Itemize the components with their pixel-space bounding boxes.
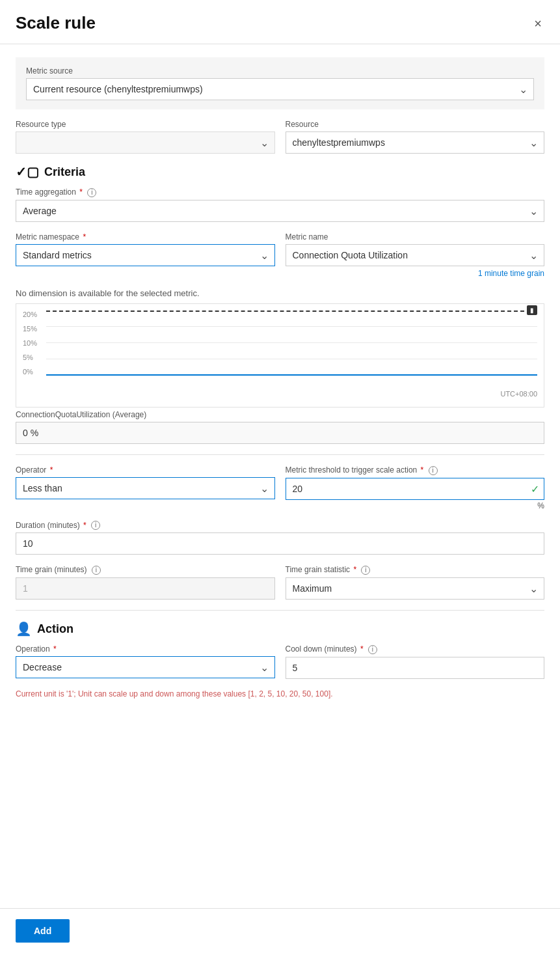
time-grain-note: 1 minute time grain (286, 269, 545, 278)
metric-name-select[interactable]: Connection Quota Utilization (286, 244, 545, 266)
criteria-heading: ✓▢ Criteria (16, 164, 544, 180)
operation-label: Operation * (16, 644, 275, 654)
chart-y-10: 10% (23, 339, 46, 347)
cooldown-required: * (360, 644, 364, 654)
cooldown-info-icon[interactable]: i (368, 645, 377, 654)
metric-namespace-wrapper: Standard metrics ⌄ (16, 244, 275, 266)
footer-bar: Add (0, 908, 560, 953)
chart-plot: ▮ (46, 311, 537, 376)
criteria-icon: ✓▢ (16, 164, 39, 180)
cooldown-input[interactable] (286, 657, 545, 679)
duration-section: Duration (minutes) * i (16, 521, 544, 555)
time-grain-statistic-col: Time grain statistic * i Maximum ⌄ (286, 565, 545, 600)
time-grain-info-icon[interactable]: i (92, 566, 101, 575)
resource-type-label: Resource type (16, 120, 275, 129)
cooldown-col: Cool down (minutes) * i (286, 644, 545, 679)
chart-y-5: 5% (23, 353, 46, 361)
time-aggregation-select[interactable]: Average (16, 200, 544, 222)
metric-name-label: Metric name (286, 232, 545, 242)
resource-type-select[interactable] (16, 131, 275, 154)
close-button[interactable]: × (531, 14, 544, 33)
criteria-heading-text: Criteria (44, 165, 85, 179)
divider-2 (16, 610, 544, 611)
time-grain-statistic-label: Time grain statistic * i (286, 565, 545, 575)
metric-name-wrapper: Connection Quota Utilization ⌄ (286, 244, 545, 266)
time-grain-statistic-select[interactable]: Maximum (286, 577, 545, 600)
scale-rule-panel: Scale rule × Metric source Current resou… (0, 0, 560, 953)
chart-y-20: 20% (23, 311, 46, 318)
action-info-text: Current unit is '1'; Unit can scale up a… (16, 689, 544, 698)
chart-threshold-line: ▮ (46, 311, 537, 312)
time-grain-statistic-info-icon[interactable]: i (361, 566, 370, 575)
panel-header: Scale rule × (0, 0, 560, 44)
chart-utc-label: UTC+08:00 (23, 390, 537, 398)
operator-required: * (50, 465, 53, 475)
add-button[interactable]: Add (16, 919, 70, 943)
chart-grid-5 (46, 359, 537, 359)
operation-required: * (53, 644, 57, 654)
resource-select[interactable]: chenyltestpremiumwps (286, 131, 545, 154)
metric-source-select[interactable]: Current resource (chenyltestpremiumwps) (26, 78, 534, 100)
operator-wrapper: Less than ⌄ (16, 477, 275, 499)
operation-cooldown-row: Operation * Decrease ⌄ Cool down (minute… (16, 644, 544, 679)
metric-source-label: Metric source (26, 66, 534, 76)
metric-value-section: ConnectionQuotaUtilization (Average) (16, 410, 544, 444)
action-heading-text: Action (37, 622, 73, 636)
duration-input[interactable] (16, 532, 544, 555)
metric-namespace-required: * (83, 232, 86, 242)
resource-label: Resource (286, 120, 545, 129)
no-dimension-text: No dimension is available for the select… (16, 288, 544, 298)
threshold-label: Metric threshold to trigger scale action… (286, 465, 545, 475)
metric-value-label: ConnectionQuotaUtilization (Average) (16, 410, 544, 419)
panel-body: Metric source Current resource (chenylte… (0, 44, 560, 711)
time-aggregation-info-icon[interactable]: i (87, 188, 96, 197)
action-heading: 👤 Action (16, 621, 544, 637)
time-aggregation-label: Time aggregation * i (16, 187, 544, 197)
operator-select[interactable]: Less than (16, 477, 275, 499)
resource-row: Resource type ⌄ Resource chenyltestpremi… (16, 120, 544, 154)
chart-inner: 0% 5% 10% 15% 20% ▮ (23, 311, 537, 389)
operator-threshold-row: Operator * Less than ⌄ Metric threshold … (16, 465, 544, 510)
operator-label: Operator * (16, 465, 275, 475)
time-grain-col: Time grain (minutes) i (16, 565, 275, 600)
chart-grid-15 (46, 326, 537, 327)
resource-col: Resource chenyltestpremiumwps ⌄ (286, 120, 545, 154)
metric-namespace-label: Metric namespace * (16, 232, 275, 242)
metric-name-col: Metric name Connection Quota Utilization… (286, 232, 545, 278)
operator-col: Operator * Less than ⌄ (16, 465, 275, 510)
metric-namespace-select[interactable]: Standard metrics (16, 244, 275, 266)
threshold-required: * (421, 465, 424, 475)
metric-namespace-col: Metric namespace * Standard metrics ⌄ (16, 232, 275, 278)
threshold-info-icon[interactable]: i (429, 466, 438, 475)
time-grain-input[interactable] (16, 577, 275, 600)
duration-label: Duration (minutes) * i (16, 521, 544, 531)
resource-type-col: Resource type ⌄ (16, 120, 275, 154)
time-aggregation-required: * (79, 187, 83, 197)
metric-value-input[interactable] (16, 422, 544, 444)
cooldown-label: Cool down (minutes) * i (286, 644, 545, 654)
metric-source-wrapper: Current resource (chenyltestpremiumwps) … (26, 78, 534, 100)
operation-select[interactable]: Decrease (16, 656, 275, 678)
chart-y-labels: 0% 5% 10% 15% 20% (23, 311, 46, 376)
chart-area: 0% 5% 10% 15% 20% ▮ (16, 303, 544, 407)
time-grain-label: Time grain (minutes) i (16, 565, 275, 575)
action-icon: 👤 (16, 621, 32, 637)
chart-grid-10 (46, 342, 537, 343)
chart-data-line (46, 374, 537, 376)
metric-namespace-row: Metric namespace * Standard metrics ⌄ Me… (16, 232, 544, 278)
operation-col: Operation * Decrease ⌄ (16, 644, 275, 679)
time-aggregation-section: Time aggregation * i Average ⌄ (16, 187, 544, 222)
metric-source-section: Metric source Current resource (chenylte… (16, 57, 544, 109)
duration-required: * (83, 521, 87, 530)
threshold-checkmark-icon: ✓ (531, 482, 539, 495)
chart-y-0: 0% (23, 368, 46, 376)
divider-1 (16, 454, 544, 455)
time-aggregation-wrapper: Average ⌄ (16, 200, 544, 222)
threshold-input[interactable] (286, 478, 545, 500)
operation-wrapper: Decrease ⌄ (16, 656, 275, 678)
duration-info-icon[interactable]: i (91, 521, 100, 530)
time-grain-statistic-required: * (353, 565, 356, 574)
resource-type-wrapper: ⌄ (16, 131, 275, 154)
time-grain-row: Time grain (minutes) i Time grain statis… (16, 565, 544, 600)
chart-annotation: ▮ (527, 305, 537, 315)
